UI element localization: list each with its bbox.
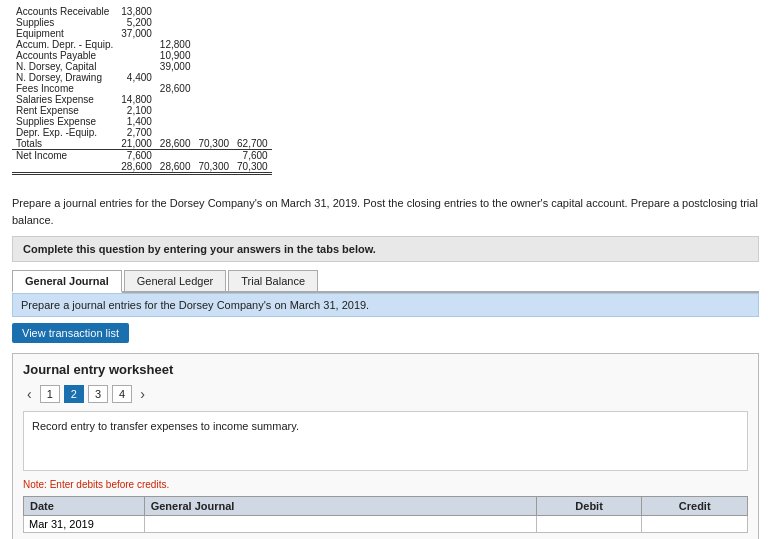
val-cell: 4,400 xyxy=(117,72,156,83)
page-1-button[interactable]: 1 xyxy=(40,385,60,403)
val-cell xyxy=(156,150,195,162)
table-row: N. Dorsey, Drawing 4,400 xyxy=(12,72,272,83)
gj-header: General Journal xyxy=(144,497,536,516)
val-cell xyxy=(156,116,195,127)
general-journal-input[interactable] xyxy=(150,518,531,530)
val-cell xyxy=(233,50,272,61)
label-cell: Accum. Depr. - Equip. xyxy=(12,39,117,50)
label-cell: Salaries Expense xyxy=(12,94,117,105)
top-section: Accounts Receivable 13,800 Supplies 5,20… xyxy=(0,0,771,187)
date-input[interactable] xyxy=(29,518,139,530)
next-page-button[interactable]: › xyxy=(136,386,149,402)
prev-page-button[interactable]: ‹ xyxy=(23,386,36,402)
label-cell: Rent Expense xyxy=(12,105,117,116)
worksheet-title-text: Journal entry worksheet xyxy=(23,362,173,377)
val-cell: 2,700 xyxy=(117,127,156,138)
val-cell: 28,600 xyxy=(156,83,195,94)
val-cell xyxy=(156,28,195,39)
page-3-button[interactable]: 3 xyxy=(88,385,108,403)
val-cell xyxy=(233,6,272,17)
tab-general-journal[interactable]: General Journal xyxy=(12,270,122,293)
label-cell: Supplies xyxy=(12,17,117,28)
table-row: Rent Expense 2,100 xyxy=(12,105,272,116)
val-cell: 10,900 xyxy=(156,50,195,61)
journal-table: Date General Journal Debit Credit xyxy=(23,496,748,533)
val-cell xyxy=(156,6,195,17)
val-cell: 39,000 xyxy=(156,61,195,72)
val-cell: 70,300 xyxy=(194,161,233,174)
label-cell: Equipment xyxy=(12,28,117,39)
view-transaction-button[interactable]: View transaction list xyxy=(12,323,129,343)
tab-content-header: Prepare a journal entries for the Dorsey… xyxy=(12,293,759,317)
label-cell: Fees Income xyxy=(12,83,117,94)
val-cell xyxy=(233,61,272,72)
val-cell xyxy=(233,17,272,28)
val-cell: 37,000 xyxy=(117,28,156,39)
val-cell xyxy=(194,72,233,83)
credit-input[interactable] xyxy=(647,518,742,530)
general-journal-cell[interactable] xyxy=(144,516,536,533)
val-cell: 5,200 xyxy=(117,17,156,28)
val-cell xyxy=(156,127,195,138)
val-cell xyxy=(117,61,156,72)
val-cell: 70,300 xyxy=(233,161,272,174)
label-cell xyxy=(12,161,117,174)
credit-cell[interactable] xyxy=(642,516,748,533)
note-text: Note: Enter debits before credits. xyxy=(23,479,748,490)
table-row: Equipment 37,000 xyxy=(12,28,272,39)
val-cell: 28,600 xyxy=(156,138,195,150)
page-navigation: ‹ 1 2 3 4 › xyxy=(23,385,748,403)
val-cell xyxy=(117,50,156,61)
val-cell: 70,300 xyxy=(194,138,233,150)
debit-cell[interactable] xyxy=(536,516,642,533)
val-cell xyxy=(194,6,233,17)
label-cell: Accounts Receivable xyxy=(12,6,117,17)
label-cell: N. Dorsey, Capital xyxy=(12,61,117,72)
net-income-row: Net Income 7,600 7,600 xyxy=(12,150,272,162)
val-cell xyxy=(117,39,156,50)
view-transaction-label: View transaction list xyxy=(22,327,119,339)
val-cell: 28,600 xyxy=(117,161,156,174)
val-cell xyxy=(194,116,233,127)
val-cell xyxy=(194,127,233,138)
tabs-row: General Journal General Ledger Trial Bal… xyxy=(12,270,759,293)
table-row: Salaries Expense 14,800 xyxy=(12,94,272,105)
debit-input[interactable] xyxy=(542,518,637,530)
tab-header-text: Prepare a journal entries for the Dorsey… xyxy=(21,299,369,311)
instructions: Prepare a journal entries for the Dorsey… xyxy=(12,195,759,228)
date-cell[interactable] xyxy=(24,516,145,533)
complete-box-text: Complete this question by entering your … xyxy=(23,243,376,255)
val-cell xyxy=(233,127,272,138)
val-cell xyxy=(194,105,233,116)
val-cell xyxy=(194,39,233,50)
label-cell: Supplies Expense xyxy=(12,116,117,127)
tab-general-ledger[interactable]: General Ledger xyxy=(124,270,226,291)
label-cell: N. Dorsey, Drawing xyxy=(12,72,117,83)
date-header: Date xyxy=(24,497,145,516)
table-row: Supplies 5,200 xyxy=(12,17,272,28)
label-cell: Accounts Payable xyxy=(12,50,117,61)
val-cell xyxy=(233,28,272,39)
label-cell: Net Income xyxy=(12,150,117,162)
totals-row: Totals 21,000 28,600 70,300 62,700 xyxy=(12,138,272,150)
val-cell xyxy=(233,116,272,127)
val-cell: 7,600 xyxy=(117,150,156,162)
table-row: Supplies Expense 1,400 xyxy=(12,116,272,127)
val-cell: 7,600 xyxy=(233,150,272,162)
val-cell: 28,600 xyxy=(156,161,195,174)
tab-trial-balance[interactable]: Trial Balance xyxy=(228,270,318,291)
journal-data-row xyxy=(24,516,748,533)
val-cell: 14,800 xyxy=(117,94,156,105)
table-row: N. Dorsey, Capital 39,000 xyxy=(12,61,272,72)
complete-question-box: Complete this question by entering your … xyxy=(12,236,759,262)
val-cell xyxy=(233,72,272,83)
record-text: Record entry to transfer expenses to inc… xyxy=(32,420,299,432)
table-row: Accounts Payable 10,900 xyxy=(12,50,272,61)
val-cell xyxy=(233,39,272,50)
credit-header: Credit xyxy=(642,497,748,516)
table-row: Accounts Receivable 13,800 xyxy=(12,6,272,17)
label-cell: Totals xyxy=(12,138,117,150)
page-2-button[interactable]: 2 xyxy=(64,385,84,403)
val-cell: 1,400 xyxy=(117,116,156,127)
page-4-button[interactable]: 4 xyxy=(112,385,132,403)
